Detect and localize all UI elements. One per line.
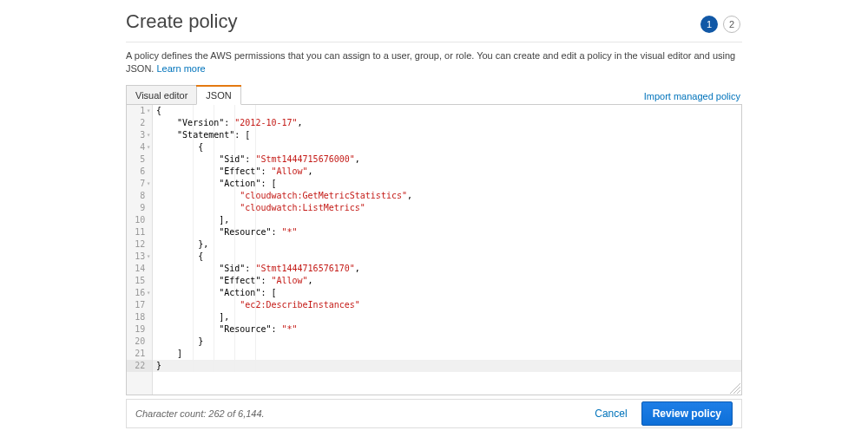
- import-managed-policy-link[interactable]: Import managed policy: [644, 91, 742, 105]
- line-number: 17: [127, 300, 145, 310]
- step-2[interactable]: 2: [723, 16, 740, 33]
- cancel-button[interactable]: Cancel: [589, 404, 632, 423]
- line-number: 20: [127, 336, 145, 346]
- line-number: 19: [127, 324, 145, 334]
- code-line[interactable]: {: [153, 141, 741, 153]
- code-line[interactable]: {: [153, 105, 741, 117]
- fold-toggle-icon[interactable]: ▾: [145, 129, 152, 141]
- line-number: 21: [127, 349, 145, 358]
- fold-toggle-icon[interactable]: ▾: [145, 251, 152, 263]
- code-line[interactable]: ],: [153, 311, 741, 323]
- code-line[interactable]: "Action": [: [153, 178, 741, 190]
- line-number: 14: [127, 264, 145, 273]
- line-number: 22: [127, 361, 145, 370]
- code-line[interactable]: "Action": [: [153, 287, 741, 299]
- line-number: 11: [127, 227, 145, 237]
- editor-code-area[interactable]: { "Version": "2012-10-17", "Statement": …: [153, 105, 741, 395]
- wizard-steps: 1 2: [700, 16, 742, 33]
- json-editor[interactable]: 1▾23▾4▾567▾8910111213▾141516▾17181920212…: [126, 104, 742, 395]
- line-number: 7: [127, 179, 145, 188]
- line-number: 2: [127, 118, 145, 127]
- code-line[interactable]: "Resource": "*": [153, 226, 741, 238]
- fold-toggle-icon[interactable]: ▾: [145, 178, 152, 190]
- learn-more-link[interactable]: Learn more: [156, 63, 205, 74]
- code-line[interactable]: "Sid": "Stmt1444715676000",: [153, 153, 741, 166]
- step-1: 1: [700, 16, 718, 33]
- line-number: 1: [127, 106, 145, 115]
- line-number: 12: [127, 239, 145, 249]
- line-number: 4: [127, 142, 145, 152]
- line-number: 18: [127, 312, 145, 322]
- code-line[interactable]: "cloudwatch:GetMetricStatistics",: [153, 190, 741, 202]
- description-body: A policy defines the AWS permissions tha…: [126, 50, 735, 74]
- code-line[interactable]: "cloudwatch:ListMetrics": [153, 202, 741, 214]
- description-text: A policy defines the AWS permissions tha…: [126, 49, 742, 76]
- code-line[interactable]: "Effect": "Allow",: [153, 275, 741, 287]
- line-number: 9: [127, 203, 145, 212]
- line-number: 5: [127, 154, 145, 164]
- line-number: 16: [127, 288, 145, 297]
- line-number: 8: [127, 191, 145, 200]
- editor-gutter: 1▾23▾4▾567▾8910111213▾141516▾17181920212…: [127, 105, 153, 395]
- fold-toggle-icon[interactable]: ▾: [145, 105, 152, 117]
- line-number: 13: [127, 251, 145, 261]
- review-policy-button[interactable]: Review policy: [641, 401, 733, 426]
- code-line[interactable]: },: [153, 238, 741, 251]
- header-divider: [126, 42, 742, 42]
- code-line[interactable]: "ec2:DescribeInstances": [153, 299, 741, 311]
- code-line[interactable]: }: [153, 360, 741, 372]
- code-line[interactable]: {: [153, 251, 741, 263]
- line-number: 15: [127, 276, 145, 285]
- code-line[interactable]: ],: [153, 214, 741, 226]
- code-line[interactable]: "Version": "2012-10-17",: [153, 117, 741, 129]
- fold-toggle-icon[interactable]: ▾: [145, 287, 152, 299]
- page-title: Create policy: [126, 9, 237, 40]
- tab-visual-editor[interactable]: Visual editor: [126, 85, 197, 105]
- code-line[interactable]: }: [153, 336, 741, 348]
- line-number: 3: [127, 130, 145, 140]
- code-line[interactable]: "Effect": "Allow",: [153, 166, 741, 178]
- tab-json[interactable]: JSON: [196, 85, 240, 105]
- character-count: Character count: 262 of 6,144.: [135, 408, 265, 419]
- code-line[interactable]: "Sid": "Stmt1444716576170",: [153, 263, 741, 275]
- fold-toggle-icon[interactable]: ▾: [145, 141, 152, 153]
- resize-handle-icon[interactable]: [730, 383, 740, 394]
- line-number: 10: [127, 215, 145, 225]
- code-line[interactable]: "Statement": [: [153, 129, 741, 141]
- code-line[interactable]: ]: [153, 348, 741, 360]
- code-line[interactable]: "Resource": "*": [153, 323, 741, 336]
- line-number: 6: [127, 166, 145, 176]
